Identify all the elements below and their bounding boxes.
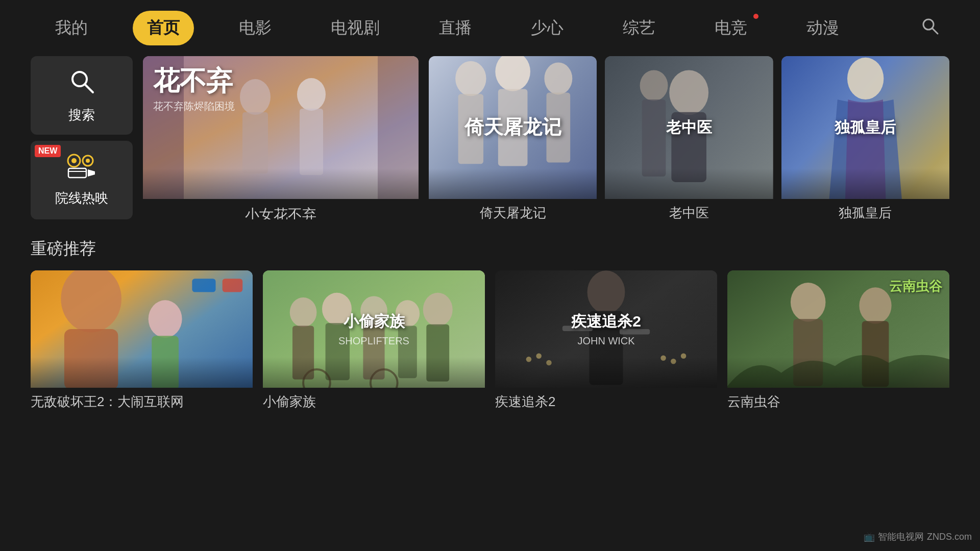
left-quick-access: 搜索 NEW 院线热映 [31,56,133,219]
svg-rect-15 [242,112,268,173]
watermark-tv-icon: 📺 [864,531,875,542]
cinema-label: 院线热映 [55,189,108,207]
featured-subtitle: 花不弃陈烬陷困境 [153,99,235,113]
shoplifters-en-title: SHOPLIFTERS [338,335,409,347]
new-badge: NEW [35,145,61,157]
bottom-card-yunnan[interactable]: 云南虫谷 云南虫谷 [727,270,949,411]
small-card-qitian[interactable]: 倚天屠龙记 倚天屠龙记 [429,56,597,219]
yunnan-label: 云南虫谷 [727,388,949,411]
nav-search-icon[interactable] [921,17,939,40]
search-icon [67,67,96,101]
small-card-duhu[interactable]: 独孤皇后 独孤皇后 [781,56,949,219]
nav-item-live[interactable]: 直播 [425,11,486,45]
shoplifters-label: 小偷家族 [263,388,485,411]
johnwick-en-title: JOHN WICK [577,335,634,347]
top-section: 搜索 NEW 院线热映 [31,56,949,219]
search-button[interactable]: 搜索 [31,56,133,135]
svg-marker-10 [88,169,95,177]
small-card-laozh[interactable]: 老中医 老中医 [605,56,773,219]
svg-rect-17 [300,109,323,175]
nav-item-my[interactable]: 我的 [41,11,102,45]
svg-point-16 [297,78,326,111]
featured-large-card[interactable]: 花不弃 花不弃陈烬陷困境 小女花不弃 [143,56,419,219]
nav-item-shaoxin[interactable]: 少心 [517,11,578,45]
small-cards-row: 倚天屠龙记 倚天屠龙记 [429,56,949,219]
yunnan-top-right: 云南虫谷 [889,278,942,295]
johnwick-cn-title: 疾速追杀2 [571,311,641,332]
svg-point-35 [149,300,182,338]
svg-point-14 [240,79,271,115]
watermark-text: 智能电视网 [878,531,924,543]
watermark-site: ZNDS.com [927,532,972,542]
featured-title-cn: 花不弃 [153,66,235,95]
duhu-cover-title: 独孤皇后 [835,118,896,137]
featured-label: 小女花不弃 [143,199,419,219]
bottom-card-shoplifters[interactable]: 小偷家族 SHOPLIFTERS 小偷家族 [263,270,485,411]
qitian-cover-title: 倚天屠龙记 [464,116,561,139]
search-label: 搜索 [68,106,95,124]
svg-rect-8 [68,168,86,178]
qitian-label: 倚天屠龙记 [429,199,597,219]
main-content: 搜索 NEW 院线热映 [0,56,980,411]
nav-dot-gaming [753,14,758,19]
bottom-card-johnwick[interactable]: 疾速追杀2 JOHN WICK 疾速追杀2 [495,270,717,411]
nav-item-movies[interactable]: 电影 [225,11,286,45]
watermark: 📺 智能电视网 ZNDS.com [864,531,972,543]
laozh-label: 老中医 [605,199,773,219]
nav-item-anime[interactable]: 动漫 [792,11,853,45]
svg-line-1 [933,29,938,34]
nav-item-gaming[interactable]: 电竞 [700,11,762,45]
cinema-button[interactable]: NEW 院线热映 [31,141,133,219]
shoplifters-cn-title: 小偷家族 [344,311,405,332]
svg-rect-37 [192,279,215,292]
section-title-heavy: 重磅推荐 [31,238,949,260]
nav-item-tv[interactable]: 电视剧 [316,11,394,45]
bottom-card-wreck[interactable]: 无敌破坏王2：大闹互联网 [31,270,253,411]
nav-item-home[interactable]: 首页 [133,11,194,45]
nav-item-variety[interactable]: 综艺 [608,11,670,45]
svg-point-7 [86,159,90,163]
bottom-cards-row: 无敌破坏王2：大闹互联网 [31,270,949,411]
wreck-label: 无敌破坏王2：大闹互联网 [31,388,253,411]
svg-rect-38 [223,279,243,292]
navigation: 我的首页电影电视剧直播少心综艺电竞动漫 [0,0,980,56]
cinema-icon [66,153,97,184]
featured-cover-text: 花不弃 花不弃陈烬陷困境 [153,66,235,113]
svg-line-3 [85,85,93,92]
duhu-label: 独孤皇后 [781,199,949,219]
johnwick-label: 疾速追杀2 [495,388,717,411]
laozh-cover-title: 老中医 [666,118,712,137]
svg-point-5 [71,158,77,163]
